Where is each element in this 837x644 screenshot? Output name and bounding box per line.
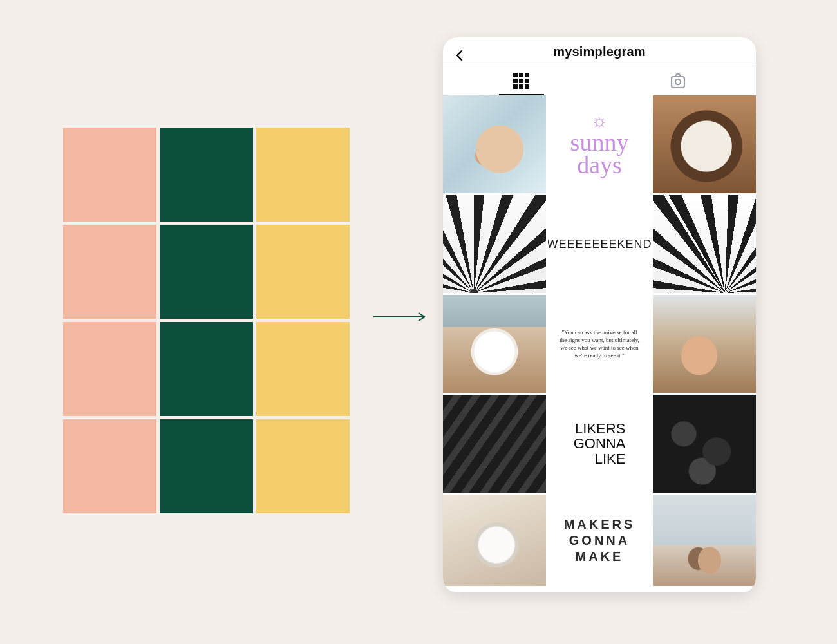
palette-swatch (160, 419, 253, 513)
post-text-likers[interactable]: LIKERS GONNA LIKE (548, 395, 651, 493)
likers-2: GONNA (574, 435, 626, 451)
back-button[interactable] (449, 45, 470, 66)
tab-grid[interactable] (443, 66, 599, 95)
palette-swatch (160, 128, 253, 222)
palette-swatch (63, 128, 156, 222)
profile-feed: ☼ sunny days WEEEEEEEKEND "You can ask t… (443, 95, 756, 592)
post-photo[interactable] (443, 395, 546, 493)
likers-3: LIKE (595, 451, 626, 467)
svg-rect-1 (672, 77, 684, 88)
arrow-icon (373, 308, 431, 326)
post-photo[interactable] (653, 95, 756, 193)
post-photo[interactable] (443, 95, 546, 193)
tagged-icon (668, 71, 688, 91)
sunny-line2: days (577, 151, 622, 178)
post-photo[interactable] (653, 395, 756, 493)
post-text-quote[interactable]: "You can ask the universe for all the si… (548, 295, 651, 393)
quote-text: "You can ask the universe for all the si… (558, 328, 641, 360)
palette-grid (63, 128, 350, 513)
tab-tagged[interactable] (599, 66, 756, 95)
post-photo[interactable] (653, 495, 756, 586)
post-photo[interactable] (443, 295, 546, 393)
svg-point-2 (675, 79, 680, 84)
palette-swatch (63, 322, 156, 416)
sun-icon: ☼ (570, 113, 629, 129)
palette-swatch (256, 419, 350, 513)
post-photo[interactable] (443, 495, 546, 586)
palette-swatch (63, 419, 156, 513)
post-photo[interactable] (653, 195, 756, 293)
profile-username: mysimplegram (553, 44, 646, 59)
chevron-left-icon (453, 49, 466, 62)
post-photo[interactable] (653, 295, 756, 393)
palette-swatch (256, 322, 350, 416)
likers-1: LIKERS (575, 421, 625, 437)
post-text-weekend[interactable]: WEEEEEEEKEND (548, 195, 651, 293)
post-text-sunny[interactable]: ☼ sunny days (548, 95, 651, 193)
makers-2: GONNA MAKE (569, 533, 630, 564)
palette-swatch (160, 225, 253, 319)
palette-swatch (256, 128, 350, 222)
profile-mockup: mysimplegram (443, 37, 756, 592)
post-text-makers[interactable]: MAKERS GONNA MAKE (548, 495, 651, 586)
palette-swatch (63, 225, 156, 319)
palette-swatch (256, 225, 350, 319)
post-photo[interactable] (443, 195, 546, 293)
profile-header: mysimplegram (443, 37, 756, 66)
grid-icon (513, 73, 529, 89)
makers-1: MAKERS (564, 517, 635, 531)
profile-tabbar (443, 66, 756, 95)
weekend-label: WEEEEEEEKEND (548, 238, 651, 251)
palette-swatch (160, 322, 253, 416)
